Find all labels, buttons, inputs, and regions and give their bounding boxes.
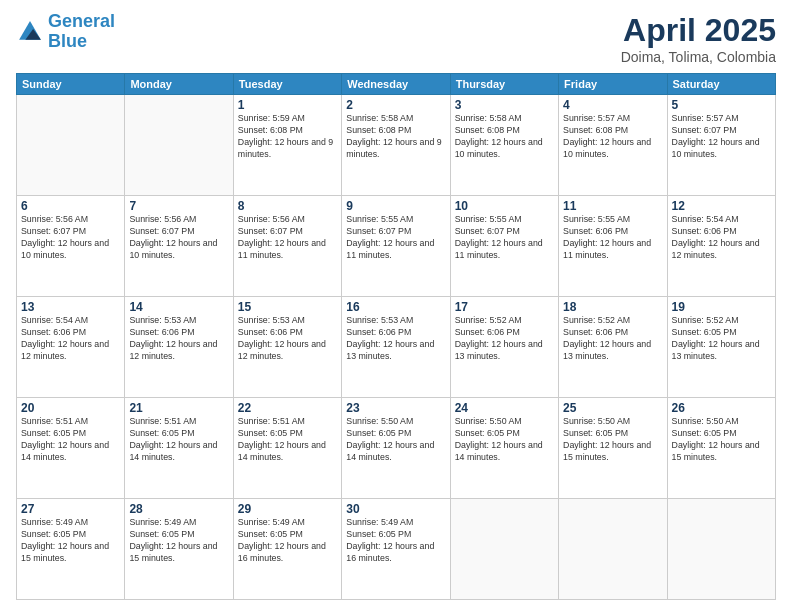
calendar-cell: 27Sunrise: 5:49 AM Sunset: 6:05 PM Dayli… <box>17 499 125 600</box>
calendar-table: SundayMondayTuesdayWednesdayThursdayFrid… <box>16 73 776 600</box>
calendar-cell <box>667 499 775 600</box>
day-number: 4 <box>563 98 662 112</box>
day-number: 8 <box>238 199 337 213</box>
day-number: 3 <box>455 98 554 112</box>
day-number: 7 <box>129 199 228 213</box>
calendar-cell: 9Sunrise: 5:55 AM Sunset: 6:07 PM Daylig… <box>342 196 450 297</box>
day-number: 30 <box>346 502 445 516</box>
day-number: 26 <box>672 401 771 415</box>
calendar-cell: 3Sunrise: 5:58 AM Sunset: 6:08 PM Daylig… <box>450 95 558 196</box>
calendar-cell: 14Sunrise: 5:53 AM Sunset: 6:06 PM Dayli… <box>125 297 233 398</box>
calendar-cell: 30Sunrise: 5:49 AM Sunset: 6:05 PM Dayli… <box>342 499 450 600</box>
day-info: Sunrise: 5:52 AM Sunset: 6:06 PM Dayligh… <box>563 315 662 363</box>
calendar-cell <box>125 95 233 196</box>
logo-line2: Blue <box>48 31 87 51</box>
day-number: 9 <box>346 199 445 213</box>
day-info: Sunrise: 5:51 AM Sunset: 6:05 PM Dayligh… <box>238 416 337 464</box>
day-number: 29 <box>238 502 337 516</box>
calendar-cell: 29Sunrise: 5:49 AM Sunset: 6:05 PM Dayli… <box>233 499 341 600</box>
calendar-cell <box>450 499 558 600</box>
logo-line1: General <box>48 11 115 31</box>
day-info: Sunrise: 5:54 AM Sunset: 6:06 PM Dayligh… <box>672 214 771 262</box>
calendar-title: April 2025 <box>621 12 776 49</box>
calendar-subtitle: Doima, Tolima, Colombia <box>621 49 776 65</box>
day-info: Sunrise: 5:53 AM Sunset: 6:06 PM Dayligh… <box>346 315 445 363</box>
weekday-header: Saturday <box>667 74 775 95</box>
day-info: Sunrise: 5:51 AM Sunset: 6:05 PM Dayligh… <box>129 416 228 464</box>
day-info: Sunrise: 5:57 AM Sunset: 6:08 PM Dayligh… <box>563 113 662 161</box>
calendar-week-row: 6Sunrise: 5:56 AM Sunset: 6:07 PM Daylig… <box>17 196 776 297</box>
calendar-week-row: 20Sunrise: 5:51 AM Sunset: 6:05 PM Dayli… <box>17 398 776 499</box>
calendar-cell: 6Sunrise: 5:56 AM Sunset: 6:07 PM Daylig… <box>17 196 125 297</box>
day-info: Sunrise: 5:55 AM Sunset: 6:07 PM Dayligh… <box>455 214 554 262</box>
calendar-cell: 18Sunrise: 5:52 AM Sunset: 6:06 PM Dayli… <box>559 297 667 398</box>
calendar-cell: 16Sunrise: 5:53 AM Sunset: 6:06 PM Dayli… <box>342 297 450 398</box>
day-number: 19 <box>672 300 771 314</box>
day-info: Sunrise: 5:52 AM Sunset: 6:05 PM Dayligh… <box>672 315 771 363</box>
day-info: Sunrise: 5:58 AM Sunset: 6:08 PM Dayligh… <box>346 113 445 161</box>
calendar-cell: 28Sunrise: 5:49 AM Sunset: 6:05 PM Dayli… <box>125 499 233 600</box>
calendar-cell: 17Sunrise: 5:52 AM Sunset: 6:06 PM Dayli… <box>450 297 558 398</box>
calendar-cell: 15Sunrise: 5:53 AM Sunset: 6:06 PM Dayli… <box>233 297 341 398</box>
calendar-cell: 11Sunrise: 5:55 AM Sunset: 6:06 PM Dayli… <box>559 196 667 297</box>
calendar-header-row: SundayMondayTuesdayWednesdayThursdayFrid… <box>17 74 776 95</box>
day-info: Sunrise: 5:55 AM Sunset: 6:06 PM Dayligh… <box>563 214 662 262</box>
day-number: 22 <box>238 401 337 415</box>
title-block: April 2025 Doima, Tolima, Colombia <box>621 12 776 65</box>
day-info: Sunrise: 5:49 AM Sunset: 6:05 PM Dayligh… <box>238 517 337 565</box>
day-number: 18 <box>563 300 662 314</box>
day-info: Sunrise: 5:56 AM Sunset: 6:07 PM Dayligh… <box>129 214 228 262</box>
calendar-cell: 10Sunrise: 5:55 AM Sunset: 6:07 PM Dayli… <box>450 196 558 297</box>
header: General Blue April 2025 Doima, Tolima, C… <box>16 12 776 65</box>
day-info: Sunrise: 5:57 AM Sunset: 6:07 PM Dayligh… <box>672 113 771 161</box>
day-number: 21 <box>129 401 228 415</box>
weekday-header: Sunday <box>17 74 125 95</box>
logo-icon <box>16 18 44 46</box>
day-number: 12 <box>672 199 771 213</box>
calendar-week-row: 1Sunrise: 5:59 AM Sunset: 6:08 PM Daylig… <box>17 95 776 196</box>
day-info: Sunrise: 5:56 AM Sunset: 6:07 PM Dayligh… <box>21 214 120 262</box>
day-info: Sunrise: 5:50 AM Sunset: 6:05 PM Dayligh… <box>455 416 554 464</box>
day-info: Sunrise: 5:51 AM Sunset: 6:05 PM Dayligh… <box>21 416 120 464</box>
day-info: Sunrise: 5:49 AM Sunset: 6:05 PM Dayligh… <box>21 517 120 565</box>
day-number: 1 <box>238 98 337 112</box>
calendar-cell: 5Sunrise: 5:57 AM Sunset: 6:07 PM Daylig… <box>667 95 775 196</box>
calendar-week-row: 13Sunrise: 5:54 AM Sunset: 6:06 PM Dayli… <box>17 297 776 398</box>
day-number: 2 <box>346 98 445 112</box>
day-number: 24 <box>455 401 554 415</box>
day-number: 17 <box>455 300 554 314</box>
calendar-cell: 1Sunrise: 5:59 AM Sunset: 6:08 PM Daylig… <box>233 95 341 196</box>
day-number: 11 <box>563 199 662 213</box>
calendar-cell <box>559 499 667 600</box>
day-info: Sunrise: 5:50 AM Sunset: 6:05 PM Dayligh… <box>346 416 445 464</box>
day-number: 16 <box>346 300 445 314</box>
weekday-header: Tuesday <box>233 74 341 95</box>
calendar-cell: 24Sunrise: 5:50 AM Sunset: 6:05 PM Dayli… <box>450 398 558 499</box>
calendar-cell <box>17 95 125 196</box>
day-number: 25 <box>563 401 662 415</box>
weekday-header: Wednesday <box>342 74 450 95</box>
day-info: Sunrise: 5:59 AM Sunset: 6:08 PM Dayligh… <box>238 113 337 161</box>
calendar-cell: 4Sunrise: 5:57 AM Sunset: 6:08 PM Daylig… <box>559 95 667 196</box>
calendar-cell: 21Sunrise: 5:51 AM Sunset: 6:05 PM Dayli… <box>125 398 233 499</box>
day-number: 20 <box>21 401 120 415</box>
calendar-cell: 13Sunrise: 5:54 AM Sunset: 6:06 PM Dayli… <box>17 297 125 398</box>
weekday-header: Thursday <box>450 74 558 95</box>
day-info: Sunrise: 5:50 AM Sunset: 6:05 PM Dayligh… <box>563 416 662 464</box>
day-info: Sunrise: 5:55 AM Sunset: 6:07 PM Dayligh… <box>346 214 445 262</box>
day-info: Sunrise: 5:56 AM Sunset: 6:07 PM Dayligh… <box>238 214 337 262</box>
day-number: 15 <box>238 300 337 314</box>
calendar-cell: 8Sunrise: 5:56 AM Sunset: 6:07 PM Daylig… <box>233 196 341 297</box>
day-info: Sunrise: 5:58 AM Sunset: 6:08 PM Dayligh… <box>455 113 554 161</box>
calendar-cell: 12Sunrise: 5:54 AM Sunset: 6:06 PM Dayli… <box>667 196 775 297</box>
day-number: 6 <box>21 199 120 213</box>
logo-text: General Blue <box>48 12 115 52</box>
day-number: 5 <box>672 98 771 112</box>
day-info: Sunrise: 5:49 AM Sunset: 6:05 PM Dayligh… <box>129 517 228 565</box>
page: General Blue April 2025 Doima, Tolima, C… <box>0 0 792 612</box>
day-info: Sunrise: 5:53 AM Sunset: 6:06 PM Dayligh… <box>238 315 337 363</box>
day-info: Sunrise: 5:53 AM Sunset: 6:06 PM Dayligh… <box>129 315 228 363</box>
day-number: 27 <box>21 502 120 516</box>
calendar-body: 1Sunrise: 5:59 AM Sunset: 6:08 PM Daylig… <box>17 95 776 600</box>
day-number: 10 <box>455 199 554 213</box>
